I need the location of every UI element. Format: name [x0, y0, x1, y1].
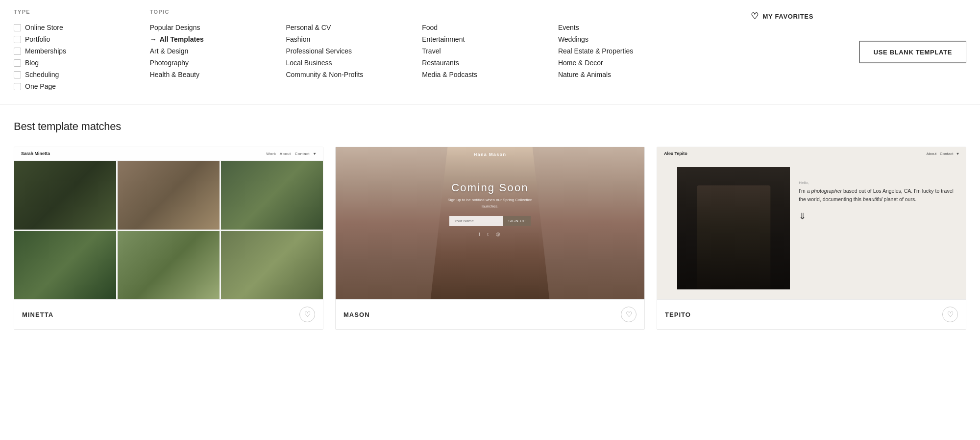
topic-community-nonprofits[interactable]: Community & Non-Profits — [286, 69, 422, 80]
topic-home-decor[interactable]: Home & Decor — [558, 57, 694, 69]
collage-cell-6 — [221, 231, 323, 300]
mason-social-links: f t @ — [336, 232, 644, 237]
topic-label: TOPIC — [150, 9, 286, 15]
tepito-portrait — [677, 167, 790, 289]
heart-icon: ♡ — [751, 11, 759, 22]
collage-cell-2 — [118, 161, 220, 230]
mason-signup-button[interactable]: SIGN UP — [503, 216, 531, 226]
topic-photography[interactable]: Photography — [150, 57, 286, 69]
blank-template-button[interactable]: USE BLANK TEMPLATE — [859, 41, 966, 63]
filter-blog[interactable]: Blog — [14, 57, 150, 69]
tepito-brand: Alex Tepito — [664, 151, 687, 156]
checkbox-portfolio[interactable] — [14, 36, 21, 43]
tepito-hello: Hello, — [799, 181, 958, 185]
template-card-minetta[interactable]: Sarah Minetta Work About Contact ♥ MINET… — [14, 147, 323, 330]
mason-name: MASON — [343, 311, 370, 318]
topic-all-templates[interactable]: → All Templates — [150, 33, 286, 45]
minetta-brand: Sarah Minetta — [21, 151, 50, 156]
type-filter-column: TYPE Online Store Portfolio Memberships … — [14, 9, 150, 92]
topic-local-business[interactable]: Local Business — [286, 57, 422, 69]
template-card-mason[interactable]: Hana Mason Coming Soon Sign up to be not… — [335, 147, 645, 330]
mason-favorite-button[interactable]: ♡ — [621, 307, 637, 322]
topic-filter-column-4: TOPIC Events Weddings Real Estate & Prop… — [558, 9, 694, 92]
collage-cell-3 — [221, 161, 323, 230]
tepito-face-silhouette — [697, 185, 770, 290]
topic-events[interactable]: Events — [558, 22, 694, 33]
minetta-footer: MINETTA ♡ — [14, 299, 323, 329]
checkbox-memberships[interactable] — [14, 48, 21, 55]
mason-coming-soon: Coming Soon — [336, 181, 644, 194]
collage-cell-1 — [14, 161, 116, 230]
mason-footer: MASON ♡ — [336, 299, 644, 329]
topic-travel[interactable]: Travel — [422, 45, 558, 57]
collage-cell-4 — [14, 231, 116, 300]
topic-filter-column-3: TOPIC Food Entertainment Travel Restaura… — [422, 9, 558, 92]
minetta-nav-links: Work About Contact ♥ — [266, 152, 316, 156]
tepito-name: TEPITO — [665, 311, 691, 318]
filter-scheduling[interactable]: Scheduling — [14, 69, 150, 80]
best-matches-title: Best template matches — [14, 120, 966, 133]
filter-memberships[interactable]: Memberships — [14, 45, 150, 57]
topic-personal-cv[interactable]: Personal & CV — [286, 22, 422, 33]
topic-entertainment[interactable]: Entertainment — [422, 33, 558, 45]
minetta-collage — [14, 147, 323, 299]
tepito-left-col — [657, 162, 793, 299]
mason-subtitle: Sign up to be notified when our Spring C… — [446, 197, 534, 210]
my-favorites-label: MY FAVORITES — [763, 13, 813, 20]
minetta-name: MINETTA — [22, 311, 53, 318]
collage-cell-5 — [118, 231, 220, 300]
heart-outline-icon: ♡ — [304, 310, 311, 319]
mason-nav: Hana Mason — [336, 147, 644, 162]
heart-outline-icon: ♡ — [947, 310, 954, 319]
topic-fashion[interactable]: Fashion — [286, 33, 422, 45]
filter-one-page[interactable]: One Page — [14, 80, 150, 92]
checkbox-one-page[interactable] — [14, 83, 21, 90]
topic-restaurants[interactable]: Restaurants — [422, 57, 558, 69]
template-card-tepito[interactable]: Alex Tepito About Contact ♥ Hello, — [657, 147, 966, 330]
filter-online-store[interactable]: Online Store — [14, 22, 150, 33]
best-matches-section: Best template matches Sarah Minetta Work… — [0, 104, 980, 343]
topic-filter-column-2: TOPIC Personal & CV Fashion Professional… — [286, 9, 422, 92]
tepito-preview: Alex Tepito About Contact ♥ Hello, — [657, 147, 966, 299]
topic-professional-services[interactable]: Professional Services — [286, 45, 422, 57]
topic-real-estate[interactable]: Real Estate & Properties — [558, 45, 694, 57]
my-favorites-button[interactable]: ♡ MY FAVORITES — [751, 11, 813, 22]
mason-signup-form: SIGN UP — [336, 216, 644, 226]
topic-weddings[interactable]: Weddings — [558, 33, 694, 45]
filter-portfolio[interactable]: Portfolio — [14, 33, 150, 45]
arrow-icon: → — [150, 35, 157, 43]
minetta-nav: Sarah Minetta Work About Contact ♥ — [14, 147, 323, 160]
tepito-favorite-button[interactable]: ♡ — [942, 307, 958, 322]
minetta-favorite-button[interactable]: ♡ — [299, 307, 315, 322]
topic-health-beauty[interactable]: Health & Beauty — [150, 69, 286, 80]
tepito-footer: TEPITO ♡ — [657, 299, 966, 329]
template-grid: Sarah Minetta Work About Contact ♥ MINET… — [14, 147, 966, 330]
tepito-right-col: Hello, I'm a photographer based out of L… — [793, 162, 966, 299]
filter-bar: TYPE Online Store Portfolio Memberships … — [0, 0, 980, 104]
tepito-layout: Hello, I'm a photographer based out of L… — [657, 147, 966, 299]
checkbox-online-store[interactable] — [14, 24, 21, 31]
mason-brand: Hana Mason — [474, 152, 507, 157]
topic-food[interactable]: Food — [422, 22, 558, 33]
topic-filter-column-1: TOPIC Popular Designs → All Templates Ar… — [150, 9, 286, 92]
mason-preview: Hana Mason Coming Soon Sign up to be not… — [336, 147, 644, 299]
topic-media-podcasts[interactable]: Media & Podcasts — [422, 69, 558, 80]
checkbox-blog[interactable] — [14, 59, 21, 67]
tepito-down-arrow: ⇓ — [799, 211, 958, 222]
tepito-bio: I'm a photographer based out of Los Ange… — [799, 187, 958, 204]
heart-outline-icon: ♡ — [626, 310, 632, 319]
topic-nature-animals[interactable]: Nature & Animals — [558, 69, 694, 80]
mason-email-input[interactable] — [449, 216, 503, 226]
checkbox-scheduling[interactable] — [14, 71, 21, 78]
tepito-nav-links: About Contact ♥ — [926, 152, 959, 156]
tepito-nav: Alex Tepito About Contact ♥ — [657, 147, 966, 160]
topic-popular-designs[interactable]: Popular Designs — [150, 22, 286, 33]
type-label: TYPE — [14, 9, 150, 15]
minetta-preview: Sarah Minetta Work About Contact ♥ — [14, 147, 323, 299]
topic-art-design[interactable]: Art & Design — [150, 45, 286, 57]
